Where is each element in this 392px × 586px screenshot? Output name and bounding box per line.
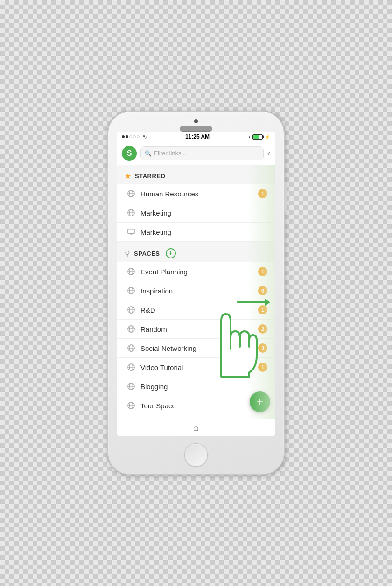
item-label: Human Resources	[140, 190, 253, 198]
list-content: ★ STARRED Human Resources 1	[117, 165, 275, 419]
dot4	[133, 135, 136, 138]
globe-icon	[126, 324, 136, 334]
charging-icon: ⚡	[265, 134, 270, 140]
item-label: Marketing	[140, 209, 267, 217]
fab-add-button[interactable]: +	[250, 391, 270, 412]
search-bar[interactable]: 🔍 Filter links...	[140, 146, 264, 160]
list-item[interactable]: Social Networking 3	[117, 339, 275, 358]
wifi-icon: ∿	[142, 133, 147, 140]
list-item[interactable]: [User]'s Private Space	[117, 415, 275, 419]
item-label: Random	[140, 325, 253, 333]
battery	[252, 134, 263, 140]
list-item[interactable]: Inspiration 6	[117, 281, 275, 300]
starred-section-header: ★ STARRED	[117, 165, 275, 184]
badge: 1	[258, 267, 267, 276]
search-icon: 🔍	[145, 150, 152, 157]
badge: 1	[258, 189, 267, 198]
globe-icon	[126, 363, 136, 372]
badge: 6	[258, 286, 267, 295]
add-space-button[interactable]: +	[166, 248, 176, 258]
dot2	[126, 135, 128, 138]
spaces-icon: ⚲	[125, 249, 130, 258]
app-logo[interactable]: S	[122, 146, 137, 161]
globe-icon	[126, 305, 136, 314]
svg-rect-6	[128, 229, 134, 234]
home-button[interactable]	[184, 443, 208, 467]
monitor-icon	[126, 227, 136, 237]
badge: 2	[258, 324, 267, 334]
globe-icon	[126, 208, 136, 217]
globe-icon	[126, 267, 136, 276]
status-bar: ∿ 11:25 AM ∖ ⚡	[117, 132, 275, 142]
phone-top	[108, 112, 284, 132]
badge: 1	[258, 305, 267, 314]
list-item[interactable]: Event Planning 1	[117, 262, 275, 281]
status-left: ∿	[122, 133, 147, 140]
battery-fill	[253, 135, 259, 139]
item-label: Marketing	[140, 228, 267, 236]
dot5	[137, 135, 140, 138]
list-item[interactable]: Human Resources 1	[117, 184, 275, 203]
globe-icon	[126, 382, 136, 391]
bluetooth-icon: ∖	[248, 134, 251, 140]
battery-body	[252, 134, 263, 140]
back-button[interactable]: ‹	[267, 148, 270, 158]
dot1	[122, 135, 125, 138]
list-item[interactable]: R&D 1	[117, 300, 275, 320]
clock: 11:25 AM	[185, 133, 210, 140]
item-label: R&D	[140, 306, 253, 314]
list-item[interactable]: Video Tutorial 1	[117, 358, 275, 377]
globe-icon	[126, 189, 136, 198]
badge: 1	[258, 363, 267, 372]
list-item[interactable]: Marketing	[117, 223, 275, 242]
camera	[194, 119, 198, 123]
item-label: Video Tutorial	[140, 363, 253, 371]
list-item[interactable]: Marketing	[117, 203, 275, 223]
speaker	[180, 126, 212, 132]
globe-icon	[126, 286, 136, 295]
home-icon[interactable]: ⌂	[193, 422, 199, 433]
spaces-label: SPACES	[134, 250, 160, 257]
dot3	[129, 135, 132, 138]
list-item[interactable]: Random 2	[117, 320, 275, 339]
spaces-section-header: ⚲ SPACES +	[117, 242, 275, 262]
phone-frame: ∿ 11:25 AM ∖ ⚡ S 🔍 Filter links... ‹	[107, 111, 285, 475]
header-bar: S 🔍 Filter links... ‹	[117, 142, 275, 165]
item-label: Social Networking	[140, 344, 253, 352]
badge: 3	[258, 343, 267, 353]
globe-icon	[126, 343, 136, 353]
item-label: Event Planning	[140, 268, 253, 276]
item-label: Inspiration	[140, 287, 253, 295]
status-right: ∖ ⚡	[248, 134, 270, 140]
item-label: Blogging	[140, 383, 267, 391]
search-placeholder: Filter links...	[154, 150, 186, 157]
starred-label: STARRED	[135, 173, 165, 180]
phone-screen: ∿ 11:25 AM ∖ ⚡ S 🔍 Filter links... ‹	[117, 132, 275, 436]
signal-dots	[122, 135, 140, 138]
star-icon: ★	[125, 172, 131, 181]
